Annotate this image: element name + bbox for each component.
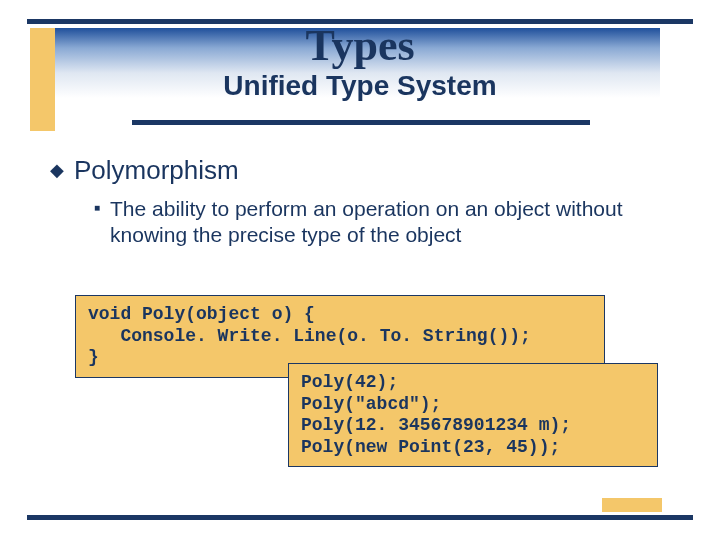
bullet-level-2: ■ The ability to perform an operation on… <box>94 196 670 249</box>
diamond-bullet-icon: ◆ <box>50 155 64 185</box>
bullet-level-1: ◆ Polymorphism <box>50 155 670 186</box>
slide-subtitle: Unified Type System <box>0 70 720 102</box>
bullet-text: Polymorphism <box>74 155 239 186</box>
bottom-accent <box>602 498 662 512</box>
bottom-border <box>27 515 693 520</box>
bullet-text: The ability to perform an operation on a… <box>110 196 630 249</box>
body: ◆ Polymorphism ■ The ability to perform … <box>50 155 670 490</box>
square-bullet-icon: ■ <box>94 196 100 220</box>
slide-title: Types <box>0 24 720 68</box>
title-block: Types Unified Type System <box>0 24 720 102</box>
subtitle-underline <box>132 120 590 125</box>
slide: Types Unified Type System ◆ Polymorphism… <box>0 0 720 540</box>
subtitle-underline-dark <box>132 120 590 125</box>
code-block-calls: Poly(42); Poly("abcd"); Poly(12. 3456789… <box>288 363 658 467</box>
